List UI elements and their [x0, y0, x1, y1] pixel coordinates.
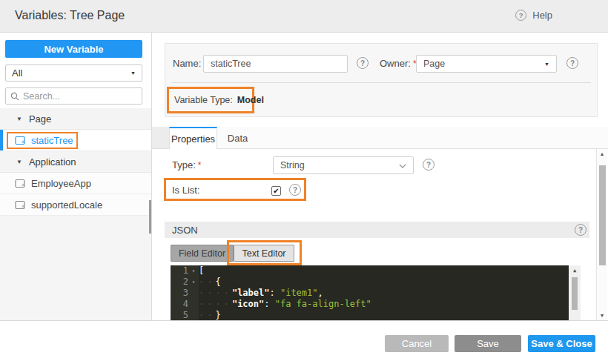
tree-group-label: Page — [29, 113, 51, 125]
tree-group-application[interactable]: ▼Application — [0, 151, 151, 173]
variable-icon: x — [15, 200, 25, 210]
filter-selected-value: All — [12, 67, 22, 79]
code-text: ··} — [199, 310, 221, 320]
type-help-icon[interactable]: ? — [423, 159, 434, 171]
variables-dialog: Variables: Tree Page ? Help New Variable… — [0, 0, 608, 364]
content-scrollbar[interactable]: ▲ ▼ — [596, 149, 607, 320]
type-selected-value: String — [280, 160, 305, 171]
variable-icon: x — [15, 136, 25, 145]
line-number: 1 — [171, 265, 188, 277]
editor-scrollbar[interactable]: ▲ — [569, 265, 581, 320]
sidebar-item-label: EmployeeApp — [31, 178, 91, 189]
variable-search[interactable] — [5, 87, 142, 105]
caret-down-icon: ▼ — [544, 62, 549, 67]
variable-type-highlight-box: Variable Type: Model — [167, 87, 254, 113]
variables-sidebar: New Variable All ▼ ▼PagexstaticTree▼Appl… — [0, 33, 152, 320]
save-and-close-button[interactable]: Save & Close — [528, 335, 595, 352]
json-section-title: JSON — [172, 225, 198, 236]
chevron-down-icon — [399, 164, 406, 168]
panel-divider — [171, 82, 591, 83]
code-line: 2▾··{ — [171, 277, 581, 288]
fold-arrow-icon[interactable]: ▾ — [188, 277, 199, 288]
svg-text:x: x — [22, 182, 24, 187]
scroll-down-icon[interactable]: ▼ — [597, 313, 607, 318]
sidebar-scrollbar-thumb[interactable] — [149, 200, 151, 234]
content-scrollbar-thumb[interactable] — [599, 165, 606, 265]
editor-scrollbar-thumb[interactable] — [572, 277, 578, 310]
name-label: Name:* — [173, 58, 207, 69]
type-label: Type:* — [172, 159, 201, 171]
variable-icon: x — [15, 179, 25, 188]
editor-scroll-up-icon[interactable]: ▲ — [569, 268, 581, 274]
text-editor-button[interactable]: Text Editor — [234, 245, 294, 262]
line-number: 4 — [171, 299, 188, 310]
sidebar-item-label: staticTree — [31, 135, 73, 146]
caret-down-icon: ▼ — [130, 70, 136, 76]
code-line: 5··} — [171, 310, 581, 320]
name-help-icon[interactable]: ? — [357, 57, 369, 69]
code-line: 3····"label": "item1", — [171, 288, 581, 299]
help-label: Help — [532, 10, 552, 21]
owner-help-icon[interactable]: ? — [566, 57, 578, 69]
fold-spacer — [188, 299, 199, 310]
variable-filter-select[interactable]: All ▼ — [5, 64, 142, 82]
variable-summary-panel: Name:* ? Owner:* Page ▼ ? Variable Type:… — [165, 43, 598, 117]
tabbar-left-filler — [152, 127, 169, 148]
code-line: 4····"icon": "fa fa-align-left" — [171, 299, 581, 310]
sidebar-item-employeeapp[interactable]: xEmployeeApp — [0, 173, 151, 194]
name-input[interactable] — [204, 56, 347, 72]
help-icon: ? — [515, 10, 526, 21]
owner-select[interactable]: Page ▼ — [416, 55, 557, 73]
required-marker: * — [198, 160, 202, 171]
variable-type-value: Model — [237, 95, 264, 105]
tree-group-label: Application — [29, 156, 76, 168]
save-button[interactable]: Save — [455, 335, 521, 352]
sidebar-item-supportedlocale[interactable]: xsupportedLocale — [0, 194, 151, 216]
line-number: 3 — [171, 288, 188, 299]
caret-down-icon: ▼ — [16, 116, 22, 122]
svg-text:x: x — [22, 139, 24, 144]
code-line: 1▾[ — [171, 265, 581, 277]
owner-selected-value: Page — [423, 59, 445, 69]
sidebar-item-statictree[interactable]: xstaticTree — [0, 130, 151, 151]
name-field-box — [203, 55, 348, 73]
scroll-up-icon[interactable]: ▲ — [597, 151, 607, 156]
search-icon — [10, 92, 19, 101]
is-list-help-icon[interactable]: ? — [289, 184, 301, 196]
json-help-icon[interactable]: ? — [575, 224, 586, 236]
search-input[interactable] — [23, 91, 127, 102]
dialog-footer: Cancel Save Save & Close — [0, 320, 608, 364]
tab-data[interactable]: Data — [217, 127, 258, 149]
tree-group-page[interactable]: ▼Page — [0, 108, 151, 130]
code-text: ····"icon": "fa fa-align-left" — [199, 299, 371, 310]
dialog-header: Variables: Tree Page ? Help — [0, 0, 608, 33]
field-editor-button[interactable]: Field Editor — [171, 245, 234, 262]
check-icon: ✔ — [273, 188, 279, 195]
tab-bar: Properties Data — [152, 127, 608, 149]
fold-spacer — [188, 310, 199, 320]
is-list-label: Is List: — [172, 185, 200, 196]
selected-indicator — [0, 130, 3, 150]
cancel-button[interactable]: Cancel — [385, 335, 449, 352]
page-title: Variables: Tree Page — [15, 9, 125, 22]
variables-tree: ▼PagexstaticTree▼ApplicationxEmployeeApp… — [0, 108, 151, 320]
sidebar-item-label: supportedLocale — [31, 199, 102, 211]
code-text: [ — [199, 265, 204, 277]
owner-label: Owner:* — [380, 58, 417, 69]
json-section-header: JSON — [165, 222, 589, 238]
code-text: ····"label": "item1", — [199, 288, 323, 299]
caret-down-icon: ▼ — [16, 159, 22, 165]
tab-properties[interactable]: Properties — [169, 127, 217, 149]
line-number: 5 — [171, 310, 188, 320]
type-select[interactable]: String — [273, 156, 414, 174]
svg-text:x: x — [22, 203, 24, 208]
fold-arrow-icon[interactable]: ▾ — [188, 265, 199, 277]
variable-type-label: Variable Type: — [174, 95, 233, 105]
line-number: 2 — [171, 277, 188, 288]
new-variable-button[interactable]: New Variable — [5, 40, 142, 58]
is-list-checkbox[interactable]: ✔ — [271, 186, 281, 196]
help-button[interactable]: ? Help — [515, 10, 552, 21]
fold-spacer — [188, 288, 199, 299]
code-text: ··{ — [199, 277, 221, 288]
json-code-editor[interactable]: 1▾[2▾··{3····"label": "item1",4····"icon… — [171, 265, 581, 320]
